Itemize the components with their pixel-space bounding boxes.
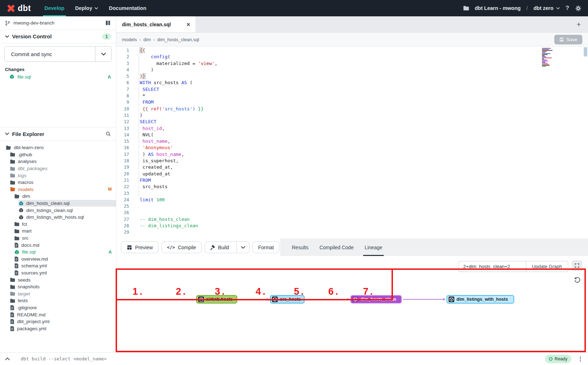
- editor-tab-dim-hosts-clean[interactable]: dim_hosts_clean.sql ✕: [116, 16, 195, 32]
- tree-item-logs[interactable]: logs: [0, 172, 116, 179]
- tree-item-schema-yml[interactable]: schema.yml: [0, 262, 116, 269]
- lineage-node-src-hosts[interactable]: src_hosts: [270, 295, 305, 304]
- tree-item-seeds[interactable]: seeds: [0, 276, 116, 283]
- tree-item--github[interactable]: .github: [0, 151, 116, 158]
- code-line-8[interactable]: 8 *: [116, 93, 588, 99]
- tab-results[interactable]: Results: [292, 239, 309, 256]
- code-line-19[interactable]: 19 created_at,: [116, 164, 588, 170]
- code-line-28[interactable]: 28-- dim_listings_clean: [116, 223, 588, 229]
- dbt-logo[interactable]: dbt: [6, 3, 31, 13]
- tree-item-snapshots[interactable]: snapshots: [0, 283, 116, 290]
- tree-item-file-sql[interactable]: file.sqlA: [0, 249, 116, 256]
- code-line-18[interactable]: 18 is_superhost,: [116, 158, 588, 164]
- tree-item-packages-yml[interactable]: packages.yml: [0, 325, 116, 332]
- nav-link-documentation[interactable]: Documentation: [109, 0, 146, 16]
- code-editor[interactable]: 1{{2 config(3 materialized = 'view',4 )5…: [116, 47, 588, 269]
- code-line-10[interactable]: 10 {{ ref('src_hosts') }}: [116, 106, 588, 112]
- code-line-15[interactable]: 15 host_name,: [116, 138, 588, 145]
- tree-item-readme-md[interactable]: README.md: [0, 311, 116, 318]
- tree-item-models[interactable]: modelsM: [0, 186, 116, 193]
- code-line-22[interactable]: 22 src_hosts: [116, 184, 588, 190]
- tree-item-dbt-learn-zero[interactable]: dbt-learn-zero: [0, 144, 116, 151]
- code-line-23[interactable]: 23: [116, 190, 588, 197]
- tab-lineage[interactable]: Lineage: [365, 239, 382, 256]
- code-line-21[interactable]: 21FROM: [116, 177, 588, 184]
- tree-item-dim-listings-with-hosts-sql[interactable]: dim_listings_with_hosts.sql: [0, 214, 116, 221]
- new-tab-button[interactable]: +: [573, 16, 584, 33]
- tree-item-macros[interactable]: macros: [0, 179, 116, 186]
- changed-file-row[interactable]: file.sql A: [0, 72, 116, 81]
- lineage-node-dim-hosts-clean[interactable]: dim_hosts_clean: [350, 295, 402, 304]
- breadcrumb-models[interactable]: models: [122, 37, 137, 42]
- code-line-20[interactable]: 20 updated_at: [116, 171, 588, 177]
- account-name[interactable]: dbt Learn - mwong: [475, 5, 521, 11]
- command-input[interactable]: dbt build --select <model_name>: [21, 356, 107, 361]
- reset-view-button[interactable]: [573, 275, 582, 284]
- code-line-29[interactable]: 29: [116, 229, 588, 235]
- code-line-12[interactable]: 12SELECT: [116, 119, 588, 125]
- save-button[interactable]: Save: [554, 35, 582, 44]
- code-line-1[interactable]: 1{{: [116, 47, 588, 54]
- code-line-11[interactable]: 11): [116, 112, 588, 119]
- editor-scrollbar-thumb[interactable]: [584, 47, 587, 56]
- code-line-9[interactable]: 9 FROM: [116, 99, 588, 105]
- tree-item-src[interactable]: src: [0, 235, 116, 242]
- code-line-5[interactable]: 5}}: [116, 73, 588, 80]
- code-line-6[interactable]: 6WITH src_hosts AS (: [116, 80, 588, 86]
- build-button[interactable]: Build: [205, 241, 250, 253]
- tree-item-analyses[interactable]: analyses: [0, 158, 116, 165]
- compile-button[interactable]: </> Compile: [161, 241, 202, 253]
- commit-options-chevron[interactable]: [95, 47, 111, 61]
- lineage-node-airbnb-hosts[interactable]: airbnb.hosts: [196, 295, 237, 304]
- file-explorer-header[interactable]: File Explorer: [0, 127, 116, 141]
- docs-columns-icon[interactable]: [105, 20, 111, 26]
- tree-item--gitignore[interactable]: .gitignore: [0, 304, 116, 311]
- code-line-24[interactable]: 24limit 100: [116, 197, 588, 203]
- code-line-4[interactable]: 4 ): [116, 67, 588, 73]
- version-control-header[interactable]: Version Control 1: [0, 30, 116, 43]
- tree-item-dbt-packages[interactable]: dbt_packages: [0, 165, 116, 172]
- update-graph-button[interactable]: Update Graph: [526, 261, 568, 272]
- tree-item-sources-yml[interactable]: sources.yml: [0, 269, 116, 277]
- format-button[interactable]: Format: [253, 241, 279, 253]
- build-options-chevron[interactable]: [237, 242, 249, 253]
- branch-selector[interactable]: mwong-dev-branch: [0, 16, 116, 30]
- fullscreen-button[interactable]: [572, 260, 582, 271]
- code-line-16[interactable]: 16 'Anonymous': [116, 145, 588, 151]
- tree-item-dim[interactable]: dim: [0, 193, 116, 200]
- tree-item-docs-md[interactable]: docs.md: [0, 241, 116, 249]
- tab-compiled-code[interactable]: Compiled Code: [320, 239, 354, 256]
- lineage-node-dim-listings-with-hosts[interactable]: dim_listings_with_hosts: [446, 295, 514, 304]
- preview-button[interactable]: Preview: [121, 241, 159, 253]
- code-line-13[interactable]: 13 host_id,: [116, 125, 588, 132]
- help-icon[interactable]: ?: [566, 5, 569, 12]
- minimap[interactable]: [542, 48, 555, 71]
- nav-link-deploy[interactable]: Deploy: [75, 0, 98, 16]
- tree-item-target[interactable]: target: [0, 290, 116, 297]
- nav-link-develop[interactable]: Develop: [44, 0, 64, 16]
- tree-item-fct[interactable]: fct: [0, 221, 116, 228]
- tree-item-dim-listings-clean-sql[interactable]: dim_listings_clean.sql: [0, 207, 116, 214]
- tree-item-mart[interactable]: mart: [0, 228, 116, 235]
- commit-and-sync-button[interactable]: Commit and sync: [4, 46, 112, 62]
- breadcrumb-file[interactable]: dim_hosts_clean.sql: [157, 37, 199, 42]
- chevron-up-icon[interactable]: [5, 357, 10, 360]
- code-line-17[interactable]: 17 ) AS host_name,: [116, 151, 588, 158]
- tree-item-overview-md[interactable]: overview.md: [0, 256, 116, 263]
- tree-item-tests[interactable]: tests: [0, 297, 116, 304]
- tree-item-dim-hosts-clean-sql[interactable]: dim_hosts_clean.sql: [0, 200, 116, 207]
- code-line-7[interactable]: 7 SELECT: [116, 86, 588, 93]
- code-line-26[interactable]: 26: [116, 209, 588, 216]
- lineage-selector-input[interactable]: [459, 261, 526, 272]
- breadcrumb-dim[interactable]: dim: [143, 37, 151, 42]
- code-line-25[interactable]: 25: [116, 203, 588, 209]
- code-line-14[interactable]: 14 NVL(: [116, 132, 588, 138]
- gear-icon[interactable]: [575, 5, 582, 12]
- code-line-27[interactable]: 27-- dim_hosts_clean: [116, 216, 588, 223]
- tree-item-dbt-project-yml[interactable]: dbt_project.yml: [0, 318, 116, 325]
- code-line-2[interactable]: 2 config(: [116, 54, 588, 60]
- kebab-menu-icon[interactable]: [578, 355, 583, 363]
- code-line-3[interactable]: 3 materialized = 'view',: [116, 60, 588, 67]
- search-icon[interactable]: [105, 131, 111, 137]
- close-tab-icon[interactable]: ✕: [186, 22, 190, 27]
